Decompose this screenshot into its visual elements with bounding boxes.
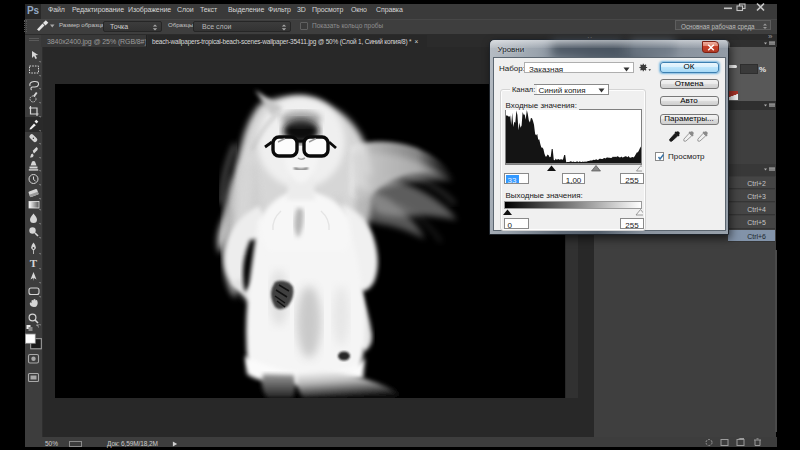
svg-text:T: T [30, 257, 38, 269]
